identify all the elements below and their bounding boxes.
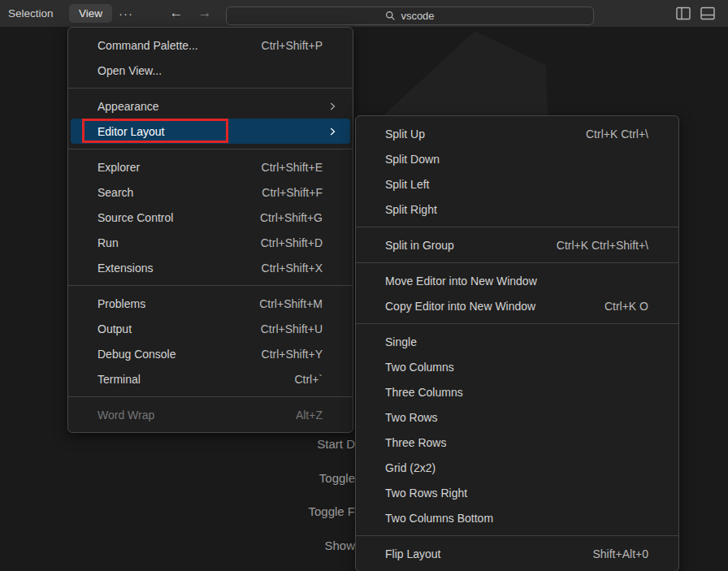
menu-item-label: Two Rows Right [385, 487, 648, 500]
menu-item-debug-console[interactable]: Debug ConsoleCtrl+Shift+Y [71, 341, 350, 366]
menu-item-single[interactable]: Single [358, 329, 676, 354]
menu-item-shortcut: Ctrl+Shift+D [261, 236, 323, 249]
menu-item-label: Explorer [98, 161, 262, 174]
menu-item-shortcut: Shift+Alt+0 [593, 547, 649, 560]
menu-item-three-columns[interactable]: Three Columns [358, 379, 676, 404]
menu-item-label: Split Right [385, 203, 648, 216]
menu-item-shortcut: Ctrl+Shift+U [261, 322, 323, 335]
menu-item-label: Flip Layout [385, 547, 593, 560]
menu-item-label: Split Up [385, 128, 586, 141]
menu-item-label: Problems [98, 297, 259, 310]
menu-separator [68, 396, 353, 397]
menu-item-label: Debug Console [98, 348, 262, 361]
menu-item-label: Three Rows [385, 436, 648, 449]
menu-item-label: Two Rows [385, 411, 648, 424]
menu-item-two-columns-bottom[interactable]: Two Columns Bottom [358, 505, 676, 530]
chevron-right-icon [327, 126, 338, 136]
menu-item-shortcut: Ctrl+Shift+M [259, 297, 323, 310]
menu-item-appearance[interactable]: Appearance [71, 93, 350, 119]
menu-item-label: Terminal [98, 373, 294, 386]
split-columns-icon [676, 6, 691, 20]
menu-item-label: Open View... [98, 64, 323, 77]
menu-item-search[interactable]: SearchCtrl+Shift+F [71, 180, 350, 205]
menu-item-label: Source Control [98, 211, 260, 224]
background-text-fragment: Toggle [319, 471, 355, 485]
menu-item-label: Move Editor into New Window [385, 275, 648, 288]
titlebar: Selection View ··· ← → vscode [0, 0, 728, 27]
background-text-fragment: Start D [317, 437, 355, 451]
menu-separator [356, 227, 678, 227]
view-menu: Command Palette...Ctrl+Shift+POpen View.… [67, 27, 353, 433]
menu-item-command-palette[interactable]: Command Palette...Ctrl+Shift+P [71, 32, 350, 58]
menu-item-shortcut: Ctrl+` [294, 373, 323, 386]
forward-arrow-icon: → [198, 5, 212, 20]
menu-item-label: Output [98, 322, 261, 335]
menu-item-two-rows[interactable]: Two Rows [358, 404, 676, 430]
menu-item-label: Appearance [98, 100, 323, 113]
menu-separator [68, 88, 353, 89]
menu-item-extensions[interactable]: ExtensionsCtrl+Shift+X [71, 255, 350, 280]
menu-item-shortcut: Ctrl+K O [604, 300, 648, 313]
menu-item-label: Copy Editor into New Window [385, 300, 604, 313]
menu-item-flip-layout[interactable]: Flip LayoutShift+Alt+0 [358, 541, 676, 566]
menu-item-shortcut: Ctrl+Shift+E [262, 161, 323, 174]
menu-item-editor-layout[interactable]: Editor Layout [71, 119, 350, 144]
menu-item-grid-2x2[interactable]: Grid (2x2) [358, 455, 676, 480]
menubar-overflow-button[interactable]: ··· [114, 0, 138, 27]
menu-item-split-in-group[interactable]: Split in GroupCtrl+K Ctrl+Shift+\ [358, 232, 676, 257]
menu-separator [68, 149, 353, 149]
menu-item-two-rows-right[interactable]: Two Rows Right [358, 480, 676, 505]
menu-item-move-editor-into-new-window[interactable]: Move Editor into New Window [358, 268, 676, 293]
menubar-item-selection[interactable]: Selection [8, 0, 54, 27]
menu-item-label: Extensions [98, 262, 262, 275]
menu-item-problems[interactable]: ProblemsCtrl+Shift+M [71, 291, 350, 316]
menu-item-split-down[interactable]: Split Down [358, 146, 676, 171]
chevron-right-icon [327, 101, 338, 111]
menu-item-label: Word Wrap [98, 409, 296, 422]
menu-item-shortcut: Ctrl+Shift+Y [262, 348, 323, 361]
menu-item-shortcut: Ctrl+Shift+X [262, 262, 323, 275]
forward-button[interactable]: → [194, 0, 215, 27]
menu-item-label: Two Columns [385, 361, 648, 374]
menu-separator [356, 262, 678, 263]
menu-separator [356, 323, 678, 324]
menu-item-three-rows[interactable]: Three Rows [358, 430, 676, 455]
menu-item-label: Command Palette... [98, 39, 262, 52]
menu-item-shortcut: Alt+Z [296, 409, 323, 422]
menu-separator [68, 285, 353, 286]
back-arrow-icon: ← [170, 5, 184, 20]
menu-item-source-control[interactable]: Source ControlCtrl+Shift+G [71, 205, 350, 230]
menu-item-output[interactable]: OutputCtrl+Shift+U [71, 316, 350, 341]
menu-item-two-columns[interactable]: Two Columns [358, 354, 676, 379]
back-button[interactable]: ← [166, 0, 187, 27]
menubar-item-view[interactable]: View [69, 4, 112, 23]
menu-item-label: Three Columns [385, 386, 648, 399]
menu-item-split-right[interactable]: Split Right [358, 197, 676, 222]
menu-item-explorer[interactable]: ExplorerCtrl+Shift+E [71, 154, 350, 180]
menu-item-split-up[interactable]: Split UpCtrl+K Ctrl+\ [358, 121, 676, 146]
menu-item-copy-editor-into-new-window[interactable]: Copy Editor into New WindowCtrl+K O [358, 293, 676, 318]
editor-layout-submenu: Split UpCtrl+K Ctrl+\Split DownSplit Lef… [355, 115, 679, 571]
background-text-fragment: Show [324, 539, 355, 552]
menu-item-word-wrap: Word WrapAlt+Z [71, 402, 350, 427]
menu-item-label: Search [98, 186, 262, 199]
menu-item-label: Two Columns Bottom [385, 512, 648, 525]
toggle-split-editor-button[interactable] [675, 6, 691, 22]
menu-item-label: Split Down [385, 153, 648, 166]
menu-item-shortcut: Ctrl+Shift+G [260, 211, 323, 224]
menu-item-shortcut: Ctrl+Shift+F [262, 186, 323, 199]
menu-item-terminal[interactable]: TerminalCtrl+` [71, 366, 350, 391]
menu-item-label: Grid (2x2) [385, 461, 648, 474]
menu-item-open-view[interactable]: Open View... [71, 58, 350, 83]
menu-item-shortcut: Ctrl+K Ctrl+\ [586, 128, 648, 141]
search-input[interactable]: vscode [226, 6, 594, 25]
menu-item-run[interactable]: RunCtrl+Shift+D [71, 230, 350, 255]
search-value: vscode [401, 10, 434, 22]
menu-item-split-left[interactable]: Split Left [358, 171, 676, 197]
menu-item-label: Split in Group [385, 239, 557, 252]
background-shape [382, 29, 548, 115]
menu-item-label: Split Left [385, 178, 648, 191]
toggle-panel-button[interactable] [700, 6, 716, 22]
search-icon [385, 11, 396, 21]
background-text-fragment: Toggle F [308, 504, 355, 518]
